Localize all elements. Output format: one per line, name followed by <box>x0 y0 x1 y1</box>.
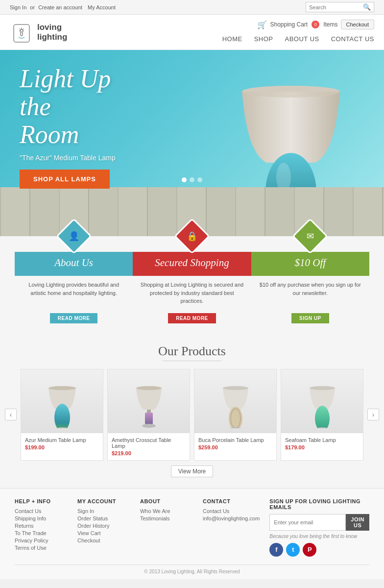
hero-title: Light Up the Room <box>20 65 116 149</box>
footer-help-col: HELP + INFO Contact Us Shipping Info Ret… <box>15 498 68 557</box>
nav-shop[interactable]: SHOP <box>254 33 273 45</box>
discount-desc: $10 off any purchase when you sign up fo… <box>251 276 369 310</box>
footer-who-link[interactable]: Who We Are <box>140 508 193 514</box>
pinterest-link[interactable]: P <box>303 543 316 557</box>
product-price-4: $179.00 <box>285 444 359 450</box>
product-info-2: Amethyst Crosscut Table Lamp $219.00 <box>108 433 190 460</box>
newsletter-input[interactable] <box>269 514 346 531</box>
product-name-1: Azur Medium Table Lamp <box>25 437 99 443</box>
footer-account-col: MY ACCOUNT Sign In Order Status Order Hi… <box>77 498 130 557</box>
twitter-link[interactable]: t <box>286 543 300 557</box>
logo[interactable]: loving lighting <box>10 21 67 44</box>
product-image-4 <box>281 369 363 433</box>
secured-read-more-button[interactable]: READ MORE <box>168 313 216 323</box>
cart-label: Shopping Cart <box>270 21 308 28</box>
feature-btn-col-2: READ MORE <box>133 310 251 326</box>
footer-contact-link[interactable]: Contact Us <box>15 508 68 514</box>
product-image-2 <box>108 369 190 433</box>
newsletter-join-button[interactable]: JOIN US <box>346 514 369 531</box>
footer-privacy-link[interactable]: Privacy Policy <box>15 538 68 543</box>
footer-checkout-link[interactable]: Checkout <box>77 538 130 543</box>
products-divider <box>163 361 221 361</box>
footer-contact-heading: CONTACT <box>203 498 260 504</box>
svg-rect-0 <box>14 24 29 42</box>
next-arrow[interactable]: › <box>367 409 379 420</box>
social-icons: f t P <box>269 543 369 557</box>
footer-contact-us-link[interactable]: Contact Us <box>203 508 260 514</box>
footer-shipping-link[interactable]: Shipping Info <box>15 515 68 521</box>
product-info-4: Seafoam Table Lamp $179.00 <box>281 433 363 454</box>
svg-point-20 <box>223 386 248 390</box>
my-account-link[interactable]: My Account <box>88 4 116 10</box>
hero-dot-2[interactable] <box>190 177 194 182</box>
feature-btn-col-3: SIGN UP <box>251 310 369 326</box>
footer-order-status-link[interactable]: Order Status <box>77 515 130 521</box>
footer-bottom: © 2013 Loving Lighting. All Rights Reser… <box>15 564 369 574</box>
product-info-3: Buca Porcelain Table Lamp $259.00 <box>194 433 276 454</box>
checkout-button[interactable]: Checkout <box>341 20 374 29</box>
svg-point-12 <box>48 386 76 390</box>
footer: HELP + INFO Contact Us Shipping Info Ret… <box>0 488 384 579</box>
footer-order-history-link[interactable]: Order History <box>77 523 130 529</box>
product-price-3: $259.00 <box>198 444 272 450</box>
feature-icons-row: 👤 🔒 ✉ <box>15 236 369 262</box>
feature-btn-row: READ MORE READ MORE SIGN UP <box>15 310 369 334</box>
product-name-2: Amethyst Crosscut Table Lamp <box>112 437 186 449</box>
hero-content: Light Up the Room "The Azur" Medium Tabl… <box>20 65 116 189</box>
header: loving lighting 🛒 Shopping Cart 0 Items … <box>0 15 384 50</box>
person-icon: 👤 <box>69 231 79 242</box>
footer-terms-link[interactable]: Terms of Use <box>15 545 68 551</box>
product-card[interactable]: Seafoam Table Lamp $179.00 <box>281 369 363 461</box>
footer-trade-link[interactable]: To The Trade <box>15 530 68 536</box>
footer-returns-link[interactable]: Returns <box>15 523 68 529</box>
cart-area: 🛒 Shopping Cart 0 Items Checkout <box>257 20 374 29</box>
cart-icon: 🛒 <box>257 20 267 29</box>
hero-dot-3[interactable] <box>197 177 202 182</box>
separator: or <box>30 4 35 10</box>
signin-link[interactable]: Sign In <box>10 4 26 10</box>
cart-lock-icon: 🔒 <box>187 231 197 242</box>
search-input[interactable] <box>309 4 363 10</box>
about-read-more-button[interactable]: READ MORE <box>50 313 98 323</box>
signup-button[interactable]: SIGN UP <box>291 313 329 323</box>
product-price-1: $199.00 <box>25 444 99 450</box>
svg-rect-18 <box>145 413 153 424</box>
products-list: Azur Medium Table Lamp $199.00 <box>17 369 367 461</box>
product-card[interactable]: Azur Medium Table Lamp $199.00 <box>21 369 103 461</box>
header-right: 🛒 Shopping Cart 0 Items Checkout HOME SH… <box>222 20 374 45</box>
hero-dot-1[interactable] <box>182 177 187 182</box>
svg-line-3 <box>19 28 20 29</box>
footer-signin-link[interactable]: Sign In <box>77 508 130 514</box>
search-box[interactable]: 🔍 <box>306 2 374 12</box>
footer-testimonials-link[interactable]: Testimonials <box>140 515 193 521</box>
nav-home[interactable]: HOME <box>222 33 242 45</box>
view-more-link[interactable]: View More <box>171 466 213 477</box>
footer-about-col: ABOUT Who We Are Testimonials <box>140 498 193 557</box>
footer-top: HELP + INFO Contact Us Shipping Info Ret… <box>15 498 369 557</box>
products-section: Our Products ‹ <box>0 334 384 488</box>
items-label: Items <box>323 21 337 28</box>
logo-icon <box>10 21 33 44</box>
facebook-link[interactable]: f <box>269 543 283 557</box>
shop-all-lamps-button[interactable]: SHOP ALL LAMPS <box>20 170 110 189</box>
footer-view-cart-link[interactable]: View Cart <box>77 530 130 536</box>
product-image-3 <box>194 369 276 433</box>
feature-icon-wrapper-2: 🔒 <box>133 236 251 262</box>
secured-desc: Shopping at Loving Lighting is secured a… <box>133 276 251 310</box>
cart-badge: 0 <box>312 21 319 28</box>
product-card[interactable]: Buca Porcelain Table Lamp $259.00 <box>194 369 277 461</box>
nav-about-us[interactable]: ABOUT US <box>285 33 319 45</box>
prev-arrow[interactable]: ‹ <box>5 409 17 420</box>
footer-account-heading: MY ACCOUNT <box>77 498 130 504</box>
svg-point-6 <box>242 86 340 98</box>
feature-icon-wrapper-3: ✉ <box>251 236 369 262</box>
product-card[interactable]: Amethyst Crosscut Table Lamp $219.00 <box>107 369 190 461</box>
create-account-link[interactable]: Create an account <box>38 4 82 10</box>
nav-contact-us[interactable]: CONTACT US <box>331 33 374 45</box>
search-button[interactable]: 🔍 <box>363 3 371 11</box>
logo-text: loving lighting <box>37 23 67 42</box>
products-title: Our Products <box>0 344 384 359</box>
hero-dots <box>182 177 202 182</box>
svg-point-19 <box>142 424 156 428</box>
footer-newsletter-col: SIGN UP FOR LOVING LIGHTING EMAILS JOIN … <box>269 498 369 557</box>
